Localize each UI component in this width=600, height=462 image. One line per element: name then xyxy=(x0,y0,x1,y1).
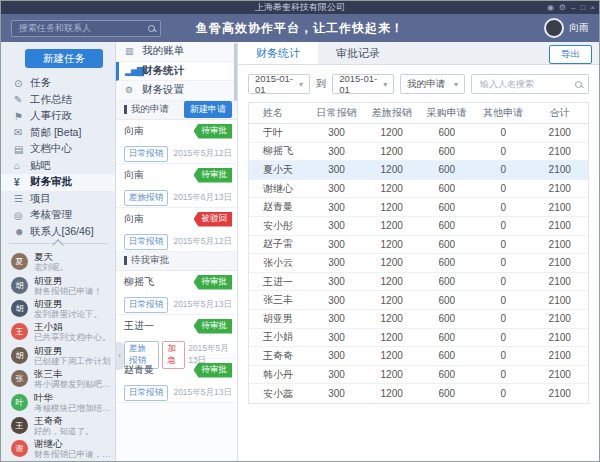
table-row[interactable]: 柳摇飞300120060002100 xyxy=(249,143,588,162)
help-icon[interactable]: ◉ xyxy=(547,1,554,14)
expense-card-top: 柳摇飞待审批 xyxy=(124,275,232,290)
table-row[interactable]: 张三丰300120060002100 xyxy=(249,291,588,310)
sidebar-item-assess[interactable]: ◎考核管理 xyxy=(1,207,115,224)
sidebar-item-finance[interactable]: ¥财务审批 xyxy=(1,174,115,191)
table-row[interactable]: 赵子雷300120060002100 xyxy=(249,236,588,255)
contact-item[interactable]: 张张三丰将小调整发到贴吧一下。 xyxy=(1,367,115,390)
gear-icon[interactable]: ⚙ xyxy=(559,1,566,14)
close-icon[interactable]: × xyxy=(590,1,595,14)
sidebar-item-label: 任务 xyxy=(30,76,51,90)
finance-panel-tabs: ▥我的账单▂▅▇财务统计⚙财务设置 xyxy=(116,42,237,101)
table-cell-value: 0 xyxy=(475,127,532,138)
sidebar-item-contacts[interactable]: ☻联系人[36/46] xyxy=(1,224,115,241)
app-header: 鱼骨高效协作平台，让工作快起来！ 向雨 xyxy=(1,14,599,42)
sidebar-item-doc-center[interactable]: ▤文档中心 xyxy=(1,141,115,158)
date-from-picker[interactable]: 2015-01-01 ▾ xyxy=(248,74,310,94)
table-cell-value: 0 xyxy=(475,146,532,157)
contact-item[interactable]: 夏夏天老刘呢。 xyxy=(1,250,115,273)
table-row[interactable]: 安小彤300120060002100 xyxy=(249,217,588,236)
name-search[interactable] xyxy=(471,74,589,94)
table-cell-value: 0 xyxy=(475,350,532,361)
chevron-down-icon: ▾ xyxy=(299,80,303,89)
table-cell-value: 0 xyxy=(475,313,532,324)
contact-item[interactable]: 胡胡亚男财务报销已申请！ xyxy=(1,273,115,296)
table-header-cell: 日常报销 xyxy=(308,106,365,120)
status-badge: 被驳回 xyxy=(194,212,233,227)
expense-card[interactable]: 王进一待审批差旅报销加急2015年5月13日 xyxy=(116,315,237,359)
table-cell-name: 胡亚男 xyxy=(249,312,308,326)
table-row[interactable]: 安小蕊300120060002100 xyxy=(249,384,588,403)
table-row[interactable]: 张小云300120060002100 xyxy=(249,254,588,273)
maximize-icon[interactable]: □ xyxy=(580,1,585,14)
user-menu[interactable]: 向雨 xyxy=(544,18,589,38)
sidebar-item-hr-admin[interactable]: ⚑人事行政 xyxy=(1,108,115,125)
expense-card[interactable]: 向南待审批日常报销2015年5月12日 xyxy=(116,120,237,164)
table-cell-value: 2100 xyxy=(531,369,588,380)
table-cell-name: 张三丰 xyxy=(249,293,308,307)
table-row[interactable]: 王小娟300120060002100 xyxy=(249,329,588,348)
table-cell-value: 300 xyxy=(308,257,365,268)
contact-item[interactable]: 王王奇奇好的，知道了。 xyxy=(1,414,115,437)
tab-finance-stats[interactable]: 财务统计 xyxy=(238,42,318,64)
panel-tab-my-bills[interactable]: ▥我的账单 xyxy=(116,42,237,62)
applicant-name: 向南 xyxy=(124,212,144,226)
table-row[interactable]: 王奇奇300120060002100 xyxy=(249,347,588,366)
main-area: 财务统计 审批记录 导出 2015-01-01 ▾ 到 2015-01-01 ▾… xyxy=(238,42,599,461)
contact-item[interactable]: 王王小娟已共享到文档中心。 xyxy=(1,320,115,343)
panel-collapse-handle[interactable]: ‹ xyxy=(116,342,124,370)
date-to-picker[interactable]: 2015-01-01 ▾ xyxy=(332,74,394,94)
table-cell-value: 1200 xyxy=(365,388,419,399)
new-task-button[interactable]: 新建任务 xyxy=(25,49,103,68)
table-cell-value: 600 xyxy=(418,388,475,399)
panel-tab-finance-stats[interactable]: ▂▅▇财务统计 xyxy=(116,62,237,82)
contact-name: 胡亚男 xyxy=(34,275,102,286)
table-cell-value: 300 xyxy=(308,146,365,157)
export-button[interactable]: 导出 xyxy=(549,45,592,64)
sidebar-item-mail[interactable]: ✉简邮 [Beta] xyxy=(1,125,115,142)
expense-card[interactable]: 向南待审批差旅报销2015年6月13日 xyxy=(116,164,237,208)
panel-tab-finance-settings[interactable]: ⚙财务设置 xyxy=(116,81,237,101)
user-avatar[interactable] xyxy=(544,18,564,38)
sidebar-item-project[interactable]: ☰项目 xyxy=(1,191,115,208)
scope-value: 我的申请 xyxy=(407,78,445,91)
expense-type-tag: 日常报销 xyxy=(124,297,168,313)
sidebar-item-work-summary[interactable]: ✎工作总结 xyxy=(1,92,115,109)
minimize-icon[interactable]: – xyxy=(571,1,575,14)
expense-card[interactable]: 柳摇飞待审批日常报销2015年5月13日 xyxy=(116,271,237,315)
chevron-down-icon: ▾ xyxy=(454,80,458,89)
global-search-input[interactable] xyxy=(17,22,148,34)
global-search[interactable] xyxy=(11,20,161,37)
table-cell-value: 0 xyxy=(475,239,532,250)
new-application-button[interactable]: 新建申请 xyxy=(184,101,232,118)
search-icon xyxy=(148,25,155,32)
status-badge: 待审批 xyxy=(194,319,233,334)
table-row[interactable]: 胡亚男300120060002100 xyxy=(249,310,588,329)
table-row[interactable]: 夏小天300120060002100 xyxy=(249,161,588,180)
table-cell-value: 600 xyxy=(418,369,475,380)
expense-card-top: 向南待审批 xyxy=(124,124,232,139)
middle-scrollbar[interactable] xyxy=(234,43,237,101)
contact-item[interactable]: 胡胡亚男已创建下周工作计划 xyxy=(1,344,115,367)
sidebar-item-tieba[interactable]: ⌂贴吧 xyxy=(1,158,115,175)
search-icon xyxy=(575,81,582,88)
table-row[interactable]: 韩小丹300120060002100 xyxy=(249,366,588,385)
contact-avatar: 谢 xyxy=(11,440,28,457)
scope-select[interactable]: 我的申请 ▾ xyxy=(400,74,465,94)
table-row[interactable]: 于叶300120060002100 xyxy=(249,124,588,143)
table-row[interactable]: 王进一300120060002100 xyxy=(249,273,588,292)
name-search-input[interactable] xyxy=(478,78,575,90)
tab-approval-records[interactable]: 审批记录 xyxy=(318,42,398,64)
sidebar-item-label: 文档中心 xyxy=(30,142,72,156)
table-row[interactable]: 谢继心300120060002100 xyxy=(249,180,588,199)
contact-item[interactable]: 胡胡亚男发到群里讨论下。 xyxy=(1,297,115,320)
contacts-collapse-divider[interactable] xyxy=(9,243,107,248)
expense-card[interactable]: 向南被驳回日常报销2015年5月12日 xyxy=(116,208,237,252)
table-row[interactable]: 赵青曼300120060002100 xyxy=(249,198,588,217)
table-cell-value: 2100 xyxy=(531,313,588,324)
expense-type-tag: 日常报销 xyxy=(124,385,168,401)
table-cell-value: 1200 xyxy=(365,313,419,324)
sidebar-item-task[interactable]: ⊙任务 xyxy=(1,75,115,92)
contact-item[interactable]: 叶叶华考核模块已增加结果型考核。 xyxy=(1,390,115,413)
table-cell-name: 王小娟 xyxy=(249,330,308,344)
contact-item[interactable]: 谢谢继心财务报销已申请，请批准！ xyxy=(1,437,115,460)
